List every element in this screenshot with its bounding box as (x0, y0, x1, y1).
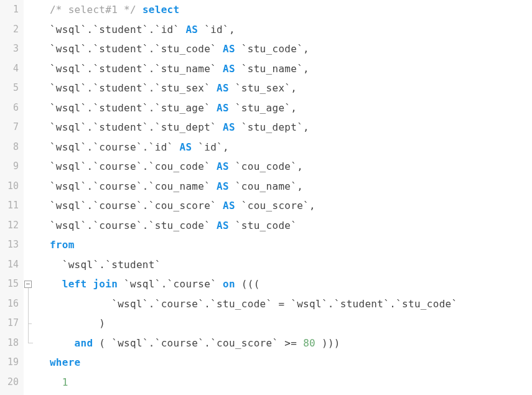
code-line[interactable]: `wsql`.`student`.`stu_sex` AS `stu_sex`, (37, 78, 532, 98)
code-line[interactable]: `wsql`.`course`.`cou_name` AS `cou_name`… (37, 177, 532, 197)
token-text: `stu_name`, (235, 63, 309, 75)
token-text: `wsql`.`course` (118, 278, 223, 290)
token-text: `wsql`.`student`.`id` (37, 24, 185, 35)
token-comment: /* select#1 */ (50, 4, 136, 16)
line-number: 13 (0, 235, 19, 255)
token-keyword: AS (179, 141, 192, 153)
code-line[interactable]: `wsql`.`student`.`id` AS `id`, (37, 20, 532, 40)
fold-guide-line (28, 288, 29, 343)
line-number: 16 (0, 294, 19, 314)
line-number: 11 (0, 196, 19, 216)
token-keyword: on (223, 278, 235, 290)
token-text: ((( (235, 278, 260, 290)
line-number: 3 (0, 39, 19, 59)
token-text: `wsql`.`course`.`cou_name` (37, 180, 217, 192)
code-line[interactable]: from (37, 235, 532, 255)
line-number: 15 (0, 274, 19, 294)
token-text: `wsql`.`course`.`cou_score` (37, 200, 223, 211)
token-text (37, 337, 75, 349)
token-text: ( `wsql`.`course`.`cou_score` >= (93, 337, 303, 349)
token-text: `stu_code`, (235, 43, 309, 55)
line-number: 4 (0, 59, 19, 79)
line-number: 20 (0, 373, 19, 393)
fold-end-tick (28, 343, 33, 343)
code-area[interactable]: /* select#1 */ select `wsql`.`student`.`… (35, 0, 532, 395)
token-keyword: AS (223, 43, 235, 55)
token-text (37, 376, 62, 388)
token-text: `stu_code` (229, 220, 297, 231)
token-text: `cou_code`, (229, 160, 303, 172)
token-text (37, 4, 50, 16)
token-keyword: and (75, 337, 93, 349)
code-line[interactable]: `wsql`.`course`.`stu_code` = `wsql`.`stu… (37, 294, 532, 314)
token-number: 80 (303, 337, 315, 349)
code-line[interactable]: `wsql`.`course`.`stu_code` AS `stu_code` (37, 216, 532, 236)
line-number: 9 (0, 157, 19, 177)
line-number: 1 (0, 0, 19, 20)
token-text: `wsql`.`course`.`cou_code` (37, 160, 217, 172)
fold-gutter: − (24, 0, 35, 395)
code-line[interactable]: `wsql`.`student`.`stu_code` AS `stu_code… (37, 39, 532, 59)
line-number: 6 (0, 98, 19, 118)
code-line[interactable]: `wsql`.`course`.`cou_score` AS `cou_scor… (37, 196, 532, 216)
token-keyword: from (50, 239, 75, 251)
token-text (37, 278, 62, 290)
token-text: ))) (315, 337, 340, 349)
token-text (136, 4, 142, 16)
token-text: `wsql`.`student`.`stu_name` (37, 63, 223, 75)
token-keyword: AS (217, 102, 229, 114)
line-number: 7 (0, 118, 19, 137)
token-text: `id`, (198, 24, 235, 35)
code-line[interactable]: 1 (37, 373, 532, 393)
token-text: `stu_age`, (229, 102, 297, 114)
token-keyword: AS (217, 180, 229, 192)
code-line[interactable]: `wsql`.`student`.`stu_dept` AS `stu_dept… (37, 118, 532, 137)
token-keyword: AS (185, 24, 198, 35)
token-text: `wsql`.`student`.`stu_code` (37, 43, 223, 55)
token-keyword: AS (217, 160, 229, 172)
token-text: `wsql`.`student`.`stu_sex` (37, 82, 217, 94)
token-text: `wsql`.`course`.`id` (37, 141, 179, 153)
line-number: 18 (0, 333, 19, 353)
line-number: 2 (0, 20, 19, 40)
code-line[interactable]: where (37, 353, 532, 373)
token-text (37, 356, 50, 368)
code-line[interactable]: ) (37, 314, 532, 333)
token-text: `cou_name`, (229, 180, 303, 192)
code-line[interactable]: and ( `wsql`.`course`.`cou_score` >= 80 … (37, 333, 532, 353)
token-keyword: where (50, 356, 81, 368)
code-line[interactable]: `wsql`.`student` (37, 255, 532, 275)
token-text: `wsql`.`course`.`stu_code` (37, 220, 217, 231)
line-number: 10 (0, 177, 19, 197)
line-number-gutter: 1234567891011121314151617181920 (0, 0, 24, 395)
token-text: `wsql`.`course`.`stu_code` = `wsql`.`stu… (37, 298, 457, 310)
code-editor: 1234567891011121314151617181920 − /* sel… (0, 0, 532, 395)
token-keyword: AS (217, 220, 229, 231)
token-text: `stu_sex`, (229, 82, 297, 94)
token-keyword: AS (217, 82, 229, 94)
token-text: `wsql`.`student` (37, 259, 161, 271)
token-text: `wsql`.`student`.`stu_age` (37, 102, 217, 114)
line-number: 8 (0, 137, 19, 157)
token-text: `cou_score`, (235, 200, 315, 211)
code-line[interactable]: `wsql`.`course`.`cou_code` AS `cou_code`… (37, 157, 532, 177)
token-keyword: AS (223, 63, 235, 75)
code-line[interactable]: `wsql`.`student`.`stu_name` AS `stu_name… (37, 59, 532, 79)
code-line[interactable]: `wsql`.`course`.`id` AS `id`, (37, 137, 532, 157)
token-keyword: left join (62, 278, 118, 290)
fold-toggle-icon[interactable]: − (24, 281, 32, 288)
code-line[interactable]: /* select#1 */ select (37, 0, 532, 20)
token-text: `id`, (192, 141, 229, 153)
token-number: 1 (62, 376, 68, 388)
token-text (37, 239, 50, 251)
code-line[interactable]: left join `wsql`.`course` on ((( (37, 274, 532, 294)
line-number: 17 (0, 314, 19, 333)
line-number: 12 (0, 216, 19, 236)
token-text: ) (37, 317, 105, 329)
token-keyword: AS (223, 121, 235, 133)
fold-mid-tick (28, 323, 32, 324)
line-number: 5 (0, 78, 19, 98)
line-number: 19 (0, 353, 19, 373)
token-keyword: AS (223, 200, 235, 211)
code-line[interactable]: `wsql`.`student`.`stu_age` AS `stu_age`, (37, 98, 532, 118)
